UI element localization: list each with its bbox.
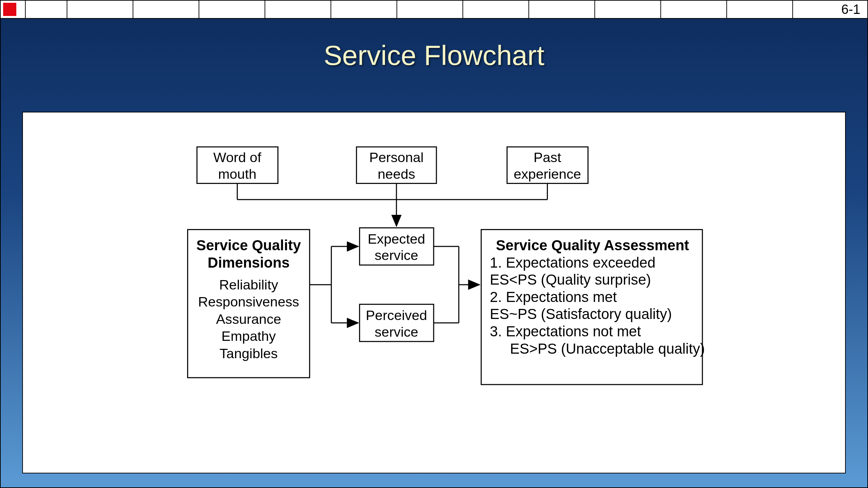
ruler-cell xyxy=(199,1,265,18)
expected-l2: service xyxy=(375,247,418,263)
ruler-cell xyxy=(661,1,727,18)
ruler-cell xyxy=(529,1,595,18)
red-square-icon xyxy=(3,3,16,16)
red-indicator-cell xyxy=(1,1,26,18)
perceived-l1: Perceived xyxy=(366,308,427,323)
dim-title-2: Dimensions xyxy=(208,254,290,271)
slide-title: Service Flowchart xyxy=(1,40,867,71)
page-number: 6-1 xyxy=(841,2,867,17)
flowchart-svg: Word of mouth Personal needs Past experi… xyxy=(23,112,845,473)
dim-item5: Tangibles xyxy=(219,346,278,361)
assess-l1a: 1. Expectations exceeded xyxy=(490,254,656,271)
dim-title-1: Service Quality xyxy=(197,237,301,253)
dim-item1: Reliability xyxy=(219,277,278,292)
ruler-cell xyxy=(26,1,67,18)
dim-item4: Empathy xyxy=(222,328,276,344)
ruler-cell xyxy=(265,1,331,18)
assess-l3a: 3. Expectations not met xyxy=(490,323,641,339)
assess-l1b: ES<PS (Quality surprise) xyxy=(490,271,651,288)
expected-l1: Expected xyxy=(368,231,425,246)
assess-l3b: ES>PS (Unacceptable quality) xyxy=(490,340,705,357)
dim-item3: Assurance xyxy=(216,311,281,327)
content-panel: Word of mouth Personal needs Past experi… xyxy=(22,112,846,473)
ruler-cell xyxy=(397,1,463,18)
ruler-cell xyxy=(133,1,199,18)
dim-item2: Responsiveness xyxy=(198,294,299,309)
ruler-cell xyxy=(67,1,133,18)
word-of-mouth-l1: Word of xyxy=(213,150,261,165)
ruler-cell xyxy=(727,1,793,18)
ruler-cell xyxy=(331,1,397,18)
personal-needs-l1: Personal xyxy=(369,150,424,165)
ruler-cell xyxy=(595,1,661,18)
page-number-cell: 6-1 xyxy=(793,1,867,18)
word-of-mouth-l2: mouth xyxy=(218,166,256,182)
past-experience-l1: Past xyxy=(534,150,561,165)
top-ruler-bar: 6-1 xyxy=(1,1,867,19)
ruler-cell xyxy=(463,1,529,18)
perceived-l2: service xyxy=(375,324,418,339)
assess-title: Service Quality Assessment xyxy=(496,237,689,253)
past-experience-l2: experience xyxy=(514,166,581,182)
personal-needs-l2: needs xyxy=(378,166,415,182)
assess-l2b: ES~PS (Satisfactory quality) xyxy=(490,306,672,322)
assess-l2a: 2. Expectations met xyxy=(490,289,617,305)
